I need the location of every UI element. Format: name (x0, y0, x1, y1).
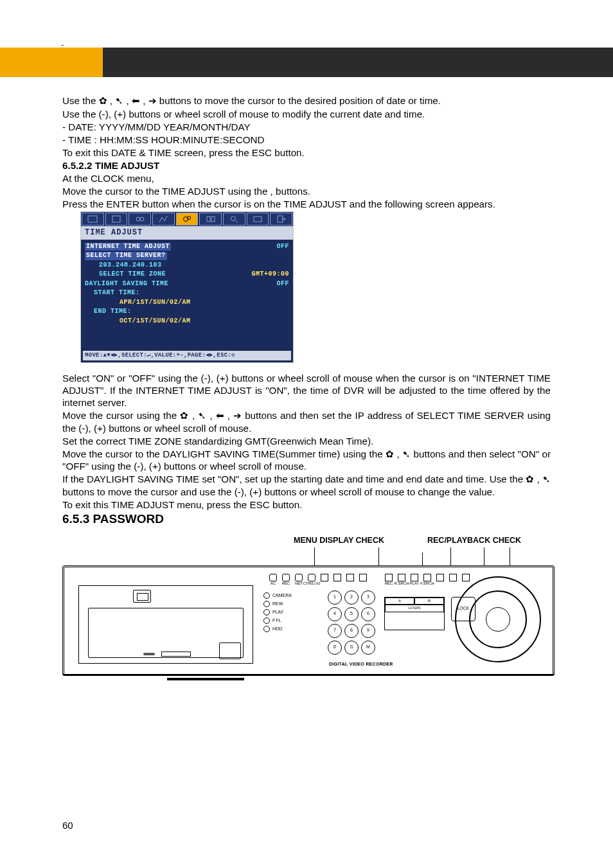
tab-icon-gears[interactable] (176, 213, 199, 226)
key-6[interactable]: 6 (361, 607, 375, 621)
drive-slot (161, 651, 191, 657)
row-tz: SELECT TIME ZONE (85, 270, 166, 279)
tab-icon-6[interactable] (199, 213, 222, 226)
svg-rect-7 (211, 217, 215, 222)
after-p4a: Move the cursor to the DAYLIGHT SAVING T… (62, 448, 386, 459)
screenshot-body: INTERNET TIME ADJUSTOFF SELECT TIME SERV… (81, 240, 293, 326)
after-p3: Set the correct TIME ZONE standardizing … (62, 435, 551, 447)
tab-icon-1[interactable] (82, 213, 104, 226)
page-number: 60 (62, 820, 73, 831)
svg-rect-6 (207, 217, 210, 222)
eject-button[interactable] (219, 642, 241, 659)
intro-3: To exit this DATE & TIME screen, press t… (62, 146, 551, 159)
device-base (167, 678, 244, 680)
key-0[interactable]: 0 (328, 641, 342, 655)
after-p2a: Move the cursor using the (62, 410, 180, 421)
key-5[interactable]: 5 (344, 607, 359, 621)
svg-point-3 (140, 217, 144, 221)
row-ita: INTERNET TIME ADJUST (85, 243, 171, 251)
row-ip: 203.248.240.103 (85, 261, 162, 270)
device-diagram: MENU DISPLAY CHECK REC/PLAYBACK CHECK AC… (62, 536, 551, 676)
key-1[interactable]: 1 (328, 590, 342, 605)
after-p5a: If the DAYLIGHT SAVING TIME set "ON", se… (62, 474, 526, 484)
svg-line-9 (235, 220, 238, 223)
key-s[interactable]: S (344, 641, 359, 655)
s6522-p1: At the CLOCK menu, (62, 172, 551, 184)
tab-icon-2[interactable] (105, 213, 128, 226)
after-p1: Select "ON" or "OFF" using the (-), (+) … (62, 372, 551, 409)
device-foot (63, 674, 554, 679)
tab-icon-8[interactable] (247, 213, 269, 226)
arrow-down-icon: ➷ (115, 95, 123, 106)
label-menu-display-check: MENU DISPLAY CHECK (294, 536, 384, 546)
login-panel[interactable]: AB LOGIN (384, 597, 445, 630)
key-m[interactable]: M (361, 641, 375, 655)
s6522-p3: Press the ENTER button when the cursor i… (62, 198, 551, 210)
arrow-up-icon: ✿ (180, 410, 189, 421)
callout-line (314, 547, 315, 565)
svg-point-2 (136, 217, 140, 221)
sep: , (140, 95, 148, 106)
arrow-down-icon: ➷ (402, 448, 411, 459)
key-3[interactable]: 3 (361, 590, 375, 605)
screenshot-hint: MOVE:▲▼◄►,SELECT:↵,VALUE:+-,PAGE:◄►,ESC:… (83, 351, 291, 360)
arrow-right-icon: ➔ (148, 95, 157, 106)
numeric-keypad[interactable]: 1 2 3 4 5 6 7 8 9 0 S M (328, 590, 375, 655)
tab-icon-3[interactable] (129, 213, 151, 226)
screenshot-title: TIME ADJUST (81, 226, 293, 240)
intro-1a: Use the (62, 95, 99, 106)
body-text: Use the ✿ , ➷ , ⬅ , ➔ buttons to move th… (62, 94, 551, 676)
menu-tabs (81, 212, 293, 226)
tab-icon-4[interactable] (152, 213, 175, 226)
row-start: START TIME: (85, 289, 140, 297)
callout-line (450, 547, 451, 565)
dvr-front-panel: AC REC NET CTR/LOG CAMERA REW PLAY F.FL … (62, 565, 555, 676)
intro-2: Use the (-), (+) buttons or wheel scroll… (62, 108, 551, 120)
row-end: END TIME: (85, 308, 132, 316)
key-4[interactable]: 4 (328, 607, 342, 621)
screenshot-time-adjust: TIME ADJUST INTERNET TIME ADJUSTOFF SELE… (80, 211, 294, 363)
row-end-val: OCT/1ST/SUN/02/AM (85, 317, 191, 326)
svg-rect-10 (254, 217, 262, 222)
callout-line (510, 547, 510, 565)
arrow-left-icon: ⬅ (216, 410, 224, 421)
header-tab (0, 48, 103, 77)
heading-6-5-3: 6.5.3 PASSWORD (62, 511, 551, 527)
intro-1b: buttons to move the cursor to the desire… (159, 95, 441, 106)
arrow-left-icon: ⬅ (132, 95, 140, 106)
optical-drive (78, 585, 253, 664)
svg-rect-0 (88, 216, 97, 222)
key-7[interactable]: 7 (328, 624, 342, 638)
tab-icon-search[interactable] (223, 213, 245, 226)
callout-line (378, 547, 379, 565)
key-8[interactable]: 8 (344, 624, 359, 638)
row-dst: DAYLIGHT SAVING TIME (85, 280, 168, 288)
label-rec-playback-check: REC/PLAYBACK CHECK (427, 536, 521, 546)
drive-display-icon (133, 590, 151, 603)
after-p6: To exit this TIME ADJUST menu, press the… (62, 499, 551, 511)
arrow-right-icon: ➔ (233, 410, 242, 421)
drive-led (143, 653, 155, 655)
arrow-up-icon: ✿ (99, 95, 107, 106)
row-sts: SELECT TIME SERVER? (85, 252, 167, 260)
row-tz-val: GMT+09:00 (251, 270, 289, 279)
transport-strip: REC R.SRCH PLAY F.SRCH (384, 574, 470, 588)
callout-line (422, 553, 423, 565)
row-ita-val: OFF (276, 243, 289, 251)
key-2[interactable]: 2 (344, 590, 359, 605)
tab-icon-exit[interactable] (270, 213, 292, 226)
row-dst-val: OFF (276, 280, 289, 288)
intro-b1: - DATE: YYYY/MM/DD YEAR/MONTH/DAY (62, 121, 551, 133)
intro-b2: - TIME : HH:MM:SS HOUR:MINUTE:SECOND (62, 134, 551, 146)
svg-point-8 (231, 216, 236, 220)
model-label: DIGITAL VIDEO RECORDER (329, 662, 393, 668)
sep: , (123, 95, 132, 106)
status-led-column: CAMERA REW PLAY F.FL HDD (263, 590, 323, 634)
callout-line (484, 547, 484, 565)
jog-shuttle-dial[interactable] (455, 576, 541, 662)
arrow-up-icon: ✿ (386, 448, 394, 459)
sep: , (107, 95, 116, 106)
key-9[interactable]: 9 (361, 624, 375, 638)
heading-6-5-2-2: 6.5.2.2 TIME ADJUST (62, 159, 551, 172)
s6522-p2: Move the cursor to the TIME ADJUST using… (62, 185, 551, 197)
